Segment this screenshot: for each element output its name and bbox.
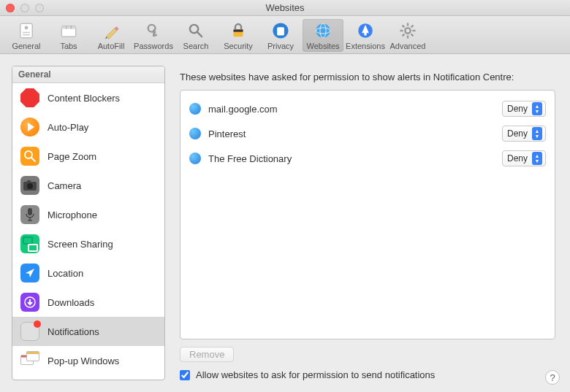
advanced-icon [398,20,418,41]
close-window-button[interactable] [6,4,15,12]
preferences-toolbar: GeneralTabsAutoFillPasswordsSearchSecuri… [0,16,570,54]
sidebar-item-label: Content Blockers [48,93,120,104]
toolbar-tab-label: Websites [306,42,339,50]
camera-icon [20,175,40,196]
svg-rect-22 [364,32,366,36]
autofill-icon [101,20,121,41]
sidebar-item-label: Screen Sharing [48,239,113,250]
toolbar-tab-general[interactable]: General [6,19,47,52]
websites-icon [313,20,333,41]
main-panel: These websites have asked for permission… [177,66,558,380]
svg-rect-10 [153,34,157,36]
svg-line-29 [403,26,405,28]
sidebar-item-camera[interactable]: Camera [12,171,164,200]
svg-rect-38 [28,208,32,215]
website-row[interactable]: The Free Dictionary Deny ▲▼ [188,146,547,171]
permission-value: Deny [507,104,528,114]
sidebar-item-label: Page Zoom [48,151,96,162]
sidebar-item-content-blockers[interactable]: Content Blockers [12,83,164,112]
toolbar-tab-label: Passwords [134,42,173,50]
sidebar-item-label: Camera [48,180,81,191]
titlebar: Websites [0,0,570,16]
sidebar-item-screen-sharing[interactable]: Screen Sharing [12,229,164,258]
sidebar-list: Content BlockersAuto-PlayPage ZoomCamera… [12,83,164,380]
sidebar-item-label: Location [48,268,83,279]
auto-play-icon [20,117,40,137]
toolbar-tab-label: General [12,42,40,50]
toolbar-tab-label: Extensions [346,42,385,50]
svg-point-18 [316,23,330,38]
window-title: Websites [0,2,570,13]
stepper-arrows-icon: ▲▼ [532,152,542,165]
svg-rect-37 [27,180,31,182]
downloads-icon [20,292,40,312]
toolbar-tab-extensions[interactable]: Extensions [345,19,386,52]
zoom-window-button[interactable] [35,4,44,12]
tabs-icon [58,20,79,41]
toolbar-tab-autofill[interactable]: AutoFill [91,19,132,52]
sidebar-item-location[interactable]: Location [12,258,164,288]
svg-rect-5 [61,26,76,29]
sidebar-item-label: Pop-up Windows [48,356,119,366]
main-heading: These websites have asked for permission… [180,72,555,82]
sidebar-item-notifications[interactable]: Notifications [12,317,164,346]
toolbar-tab-label: Security [224,42,253,50]
page-zoom-icon [20,146,40,166]
sidebar-item-popup-windows[interactable]: Pop-up Windows [12,346,164,375]
permission-select[interactable]: Deny ▲▼ [502,150,546,166]
permission-select[interactable]: Deny ▲▼ [502,101,546,117]
sidebar-item-page-zoom[interactable]: Page Zoom [12,142,164,171]
toolbar-tab-passwords[interactable]: Passwords [133,19,174,52]
svg-rect-0 [20,23,32,38]
website-name: Pinterest [208,128,495,139]
sidebar: General Content BlockersAuto-PlayPage Zo… [12,66,165,380]
svg-line-34 [31,158,35,161]
remove-button[interactable]: Remove [180,347,234,362]
passwords-icon [143,20,164,41]
privacy-icon [270,20,291,41]
permission-select[interactable]: Deny ▲▼ [502,126,546,142]
svg-line-25 [411,34,414,36]
screen-sharing-icon [20,234,40,254]
toolbar-tab-label: AutoFill [98,42,125,50]
help-button[interactable]: ? [545,370,560,385]
toolbar-tab-advanced[interactable]: Advanced [387,19,428,52]
svg-rect-2 [23,32,30,34]
sidebar-item-label: Auto-Play [48,122,88,133]
sidebar-header: General [12,66,164,83]
sidebar-item-downloads[interactable]: Downloads [12,288,164,317]
svg-line-27 [403,34,405,36]
sidebar-item-label: Microphone [48,210,97,220]
allow-permission-label[interactable]: Allow websites to ask for permission to … [196,369,435,380]
svg-point-1 [25,26,28,30]
security-icon [228,20,248,41]
website-list: mail.google.com Deny ▲▼ Pinterest Deny ▲… [180,90,555,339]
toolbar-tab-websites[interactable]: Websites [303,19,343,52]
svg-rect-17 [277,27,284,35]
globe-icon [189,153,201,164]
sidebar-item-microphone[interactable]: Microphone [12,200,164,229]
minimize-window-button[interactable] [20,4,29,12]
toolbar-tab-label: Tabs [60,42,77,50]
popup-windows-icon [20,350,40,371]
sidebar-item-auto-play[interactable]: Auto-Play [12,112,164,142]
website-row[interactable]: mail.google.com Deny ▲▼ [188,96,547,121]
toolbar-tab-security[interactable]: Security [218,19,259,52]
sidebar-item-label: Notifications [48,326,99,337]
stepper-arrows-icon: ▲▼ [532,102,542,115]
globe-icon [189,128,201,139]
toolbar-tab-tabs[interactable]: Tabs [48,19,89,52]
toolbar-tab-label: Advanced [390,42,426,50]
allow-permission-checkbox[interactable] [180,370,190,380]
permission-value: Deny [507,153,528,164]
svg-point-32 [406,29,410,33]
toolbar-tab-privacy[interactable]: Privacy [260,19,301,52]
svg-point-36 [27,183,33,189]
toolbar-tab-search[interactable]: Search [175,19,216,52]
content-area: General Content BlockersAuto-PlayPage Zo… [0,54,570,392]
website-row[interactable]: Pinterest Deny ▲▼ [188,121,547,146]
allow-permission-row: Allow websites to ask for permission to … [180,369,555,380]
sidebar-item-label: Downloads [48,297,94,308]
svg-rect-3 [23,34,30,36]
search-icon [186,20,206,41]
